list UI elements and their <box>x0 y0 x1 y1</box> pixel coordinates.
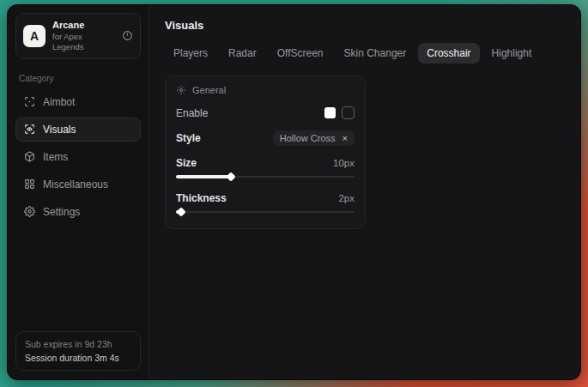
session-duration-text: Session duration 3m 4s <box>25 353 131 363</box>
app-window: A Arcane for Apex Legends Category <box>7 4 581 380</box>
tab-offscreen[interactable]: OffScreen <box>269 43 332 63</box>
gear-icon <box>23 206 35 217</box>
sub-expires-text: Sub expires in 9d 23h <box>25 339 131 349</box>
thickness-slider-thumb[interactable] <box>177 207 186 216</box>
app-logo: A <box>23 25 45 47</box>
panel-title: General <box>192 85 226 95</box>
thickness-value: 2px <box>338 193 355 203</box>
sidebar-item-visuals[interactable]: Visuals <box>15 118 141 142</box>
sidebar-item-items[interactable]: Items <box>15 145 141 169</box>
general-panel: General Enable Style Hollow Cross × Size… <box>165 76 366 229</box>
subscription-info-card: Sub expires in 9d 23h Session duration 3… <box>15 331 141 371</box>
tab-bar: Players Radar OffScreen Skin Changer Cro… <box>165 43 565 63</box>
app-subtitle: for Apex Legends <box>52 32 115 52</box>
gear-icon <box>176 85 186 95</box>
sidebar-item-label: Miscellaneous <box>43 178 108 190</box>
layout-grid-icon <box>23 178 35 190</box>
sidebar-item-label: Settings <box>43 206 80 218</box>
size-label: Size <box>176 157 197 169</box>
page-title: Visuals <box>165 19 565 32</box>
enable-label: Enable <box>176 107 208 119</box>
tab-crosshair[interactable]: Crosshair <box>418 43 479 63</box>
sidebar-item-settings[interactable]: Settings <box>15 200 141 224</box>
color-swatch[interactable] <box>324 107 336 118</box>
power-icon[interactable] <box>122 30 133 41</box>
sidebar-item-label: Visuals <box>43 124 76 136</box>
thickness-row: Thickness 2px <box>176 192 355 204</box>
tab-skin-changer[interactable]: Skin Changer <box>336 43 415 63</box>
category-label: Category <box>19 74 137 83</box>
style-selected-value: Hollow Cross <box>280 133 336 143</box>
app-title: Arcane <box>52 20 115 32</box>
sidebar-item-label: Aimbot <box>43 96 75 108</box>
thickness-label: Thickness <box>176 192 227 204</box>
style-select[interactable]: Hollow Cross × <box>273 130 355 146</box>
size-slider[interactable] <box>176 172 355 181</box>
size-value: 10px <box>333 158 355 168</box>
tab-radar[interactable]: Radar <box>220 43 265 63</box>
clear-icon[interactable]: × <box>342 134 348 143</box>
sidebar: A Arcane for Apex Legends Category <box>8 5 149 379</box>
enable-checkbox[interactable] <box>342 106 355 119</box>
sidebar-item-miscellaneous[interactable]: Miscellaneous <box>15 172 141 197</box>
enable-row: Enable <box>176 106 355 119</box>
style-row: Style Hollow Cross × <box>176 130 355 146</box>
package-icon <box>23 151 35 162</box>
sidebar-nav: Aimbot Visuals <box>15 90 141 224</box>
eye-scan-icon <box>23 124 35 135</box>
brand-card: A Arcane for Apex Legends <box>15 13 141 59</box>
sidebar-item-label: Items <box>43 151 68 163</box>
size-slider-thumb[interactable] <box>227 172 236 181</box>
main-content: Visuals Players Radar OffScreen Skin Cha… <box>149 5 580 379</box>
size-row: Size 10px <box>176 157 355 169</box>
tab-highlight[interactable]: Highlight <box>483 43 541 63</box>
thickness-slider[interactable] <box>176 208 355 216</box>
tab-players[interactable]: Players <box>165 43 216 63</box>
sidebar-item-aimbot[interactable]: Aimbot <box>15 90 141 114</box>
style-label: Style <box>176 132 201 144</box>
crosshair-icon <box>23 96 35 107</box>
